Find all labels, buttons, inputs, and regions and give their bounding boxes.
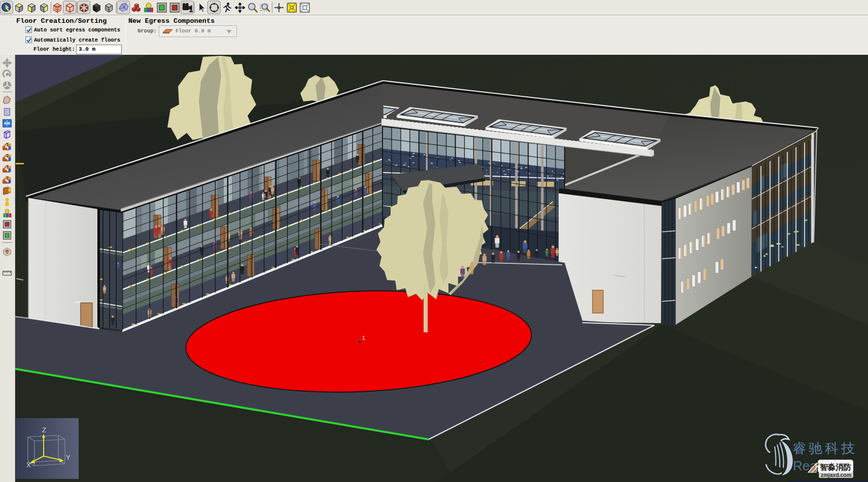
svg-text:X: X xyxy=(26,461,31,469)
svg-text:智淼消防: 智淼消防 xyxy=(819,463,852,471)
svg-text:睿驰科技: 睿驰科技 xyxy=(792,441,857,456)
svg-text:Z: Z xyxy=(42,426,46,434)
svg-text:Y: Y xyxy=(66,454,71,461)
svg-text:zmjaxd.com: zmjaxd.com xyxy=(821,472,851,478)
svg-text:1: 1 xyxy=(362,335,365,341)
